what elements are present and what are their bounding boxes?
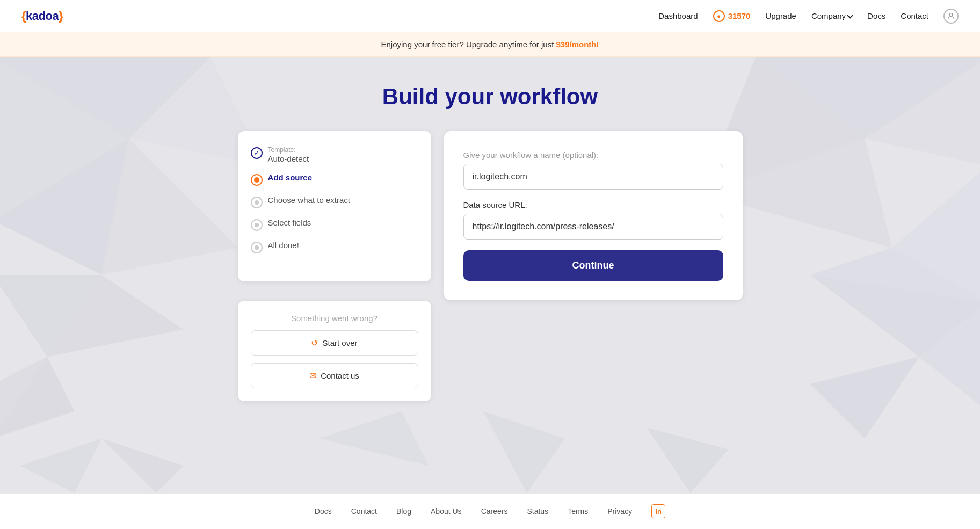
navbar: {kadoa} Dashboard ● 31570 Upgrade Compan… (0, 0, 980, 32)
step-all-done: All done! (251, 241, 418, 253)
company-label: Company (811, 11, 846, 20)
step-template-icon (251, 147, 263, 159)
steps-card: Template: Auto-detect Add source Choose … (238, 131, 431, 281)
step-choose-extract: Choose what to extract (251, 195, 418, 208)
nav-upgrade[interactable]: Upgrade (765, 11, 796, 20)
name-label-text: Give your workflow a name (463, 150, 561, 160)
logo-brace-close: } (59, 9, 63, 23)
step-template-value: Auto-detect (268, 154, 309, 163)
error-card: Something went wrong? ↺ Start over ✉ Con… (238, 301, 431, 401)
nav-right: Dashboard ● 31570 Upgrade Company Docs C… (658, 9, 959, 24)
step-template-text: Template: Auto-detect (268, 146, 309, 163)
start-over-icon: ↺ (311, 338, 318, 348)
footer-contact[interactable]: Contact (351, 507, 377, 516)
footer-blog[interactable]: Blog (396, 507, 411, 516)
logo-brace-open: { (21, 9, 26, 23)
main-content: Build your workflow Template: Auto-detec… (0, 57, 980, 493)
step-template-label: Template: (268, 146, 309, 154)
step-choose-extract-label: Choose what to extract (268, 195, 350, 205)
step-template: Template: Auto-detect (251, 146, 418, 163)
steps-list: Template: Auto-detect Add source Choose … (251, 146, 418, 253)
nav-contact[interactable]: Contact (901, 11, 928, 20)
contact-us-label: Contact us (321, 371, 359, 380)
url-field-group: Data source URL: (463, 200, 723, 240)
step-add-source-label: Add source (268, 173, 313, 182)
chevron-down-icon (847, 12, 853, 18)
name-label-optional: (optional): (563, 150, 599, 160)
footer-status[interactable]: Status (527, 507, 548, 516)
banner-text: Enjoying your free tier? Upgrade anytime… (381, 40, 556, 49)
footer-careers[interactable]: Careers (481, 507, 508, 516)
banner-highlight: $39/month! (556, 40, 599, 49)
footer-terms[interactable]: Terms (568, 507, 588, 516)
linkedin-icon[interactable]: in (651, 504, 665, 518)
step-add-source[interactable]: Add source (251, 173, 418, 186)
step-all-done-label: All done! (268, 241, 299, 250)
logo-text: kadoa (26, 9, 59, 23)
data-source-url-input[interactable] (463, 214, 723, 240)
nav-company[interactable]: Company (811, 11, 852, 20)
step-choose-extract-icon (251, 197, 263, 208)
logo[interactable]: {kadoa} (21, 9, 63, 23)
start-over-button[interactable]: ↺ Start over (251, 330, 418, 356)
step-select-fields-icon (251, 219, 263, 231)
right-card: Give your workflow a name (optional): Da… (444, 131, 743, 300)
contact-us-button[interactable]: ✉ Contact us (251, 363, 418, 388)
footer: Docs Contact Blog About Us Careers Statu… (0, 493, 980, 529)
footer-privacy[interactable]: Privacy (607, 507, 632, 516)
step-select-fields-label: Select fields (268, 218, 311, 227)
step-all-done-icon (251, 242, 263, 253)
footer-docs[interactable]: Docs (315, 507, 332, 516)
nav-dashboard[interactable]: Dashboard (658, 11, 698, 20)
upgrade-banner: Enjoying your free tier? Upgrade anytime… (0, 32, 980, 57)
continue-button[interactable]: Continue (463, 250, 723, 281)
start-over-label: Start over (322, 338, 357, 347)
page-title: Build your workflow (382, 84, 598, 110)
credits-icon: ● (713, 10, 725, 22)
cards-row: Template: Auto-detect Add source Choose … (238, 131, 743, 401)
footer-about[interactable]: About Us (431, 507, 462, 516)
svg-point-0 (949, 13, 952, 16)
url-field-label: Data source URL: (463, 200, 723, 209)
step-add-source-icon (251, 174, 263, 186)
step-select-fields: Select fields (251, 218, 418, 231)
nav-docs[interactable]: Docs (867, 11, 885, 20)
workflow-name-input[interactable] (463, 164, 723, 190)
name-field-label: Give your workflow a name (optional): (463, 150, 723, 160)
nav-credits[interactable]: ● 31570 (713, 10, 751, 22)
credits-count: 31570 (728, 11, 751, 20)
contact-us-icon: ✉ (309, 371, 316, 381)
name-field-group: Give your workflow a name (optional): (463, 150, 723, 190)
user-avatar-icon[interactable] (943, 9, 959, 24)
left-panel: Template: Auto-detect Add source Choose … (238, 131, 431, 401)
error-message: Something went wrong? (291, 314, 378, 323)
